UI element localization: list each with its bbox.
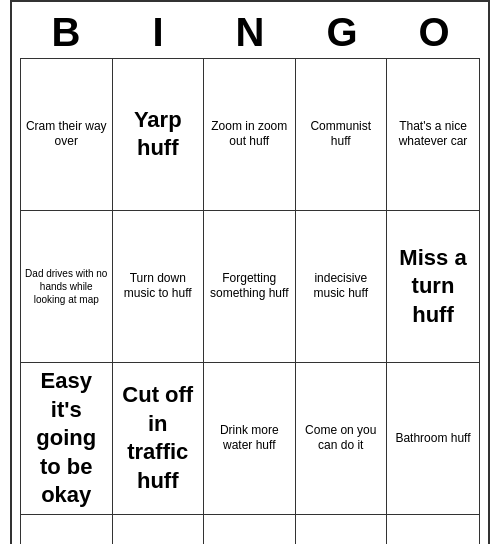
bingo-cell-19: Lunch huff xyxy=(387,515,480,544)
bingo-cell-16: Overpacking huff xyxy=(113,515,205,544)
bingo-cell-13: Come on you can do it xyxy=(296,363,388,515)
bingo-letter-g: G xyxy=(296,10,388,54)
bingo-cell-1: Yarp huff xyxy=(113,59,205,211)
bingo-cell-11: Cut off in traffic huff xyxy=(113,363,205,515)
bingo-cell-3: Communist huff xyxy=(296,59,388,211)
bingo-cell-14: Bathroom huff xyxy=(387,363,480,515)
bingo-cell-7: Forgetting something huff xyxy=(204,211,296,363)
bingo-cell-2: Zoom in zoom out huff xyxy=(204,59,296,211)
bingo-cell-9: Miss a turn huff xyxy=(387,211,480,363)
bingo-card: BINGO Cram their way overYarp huffZoom i… xyxy=(10,0,490,544)
bingo-cell-8: indecisive music huff xyxy=(296,211,388,363)
bingo-cell-12: Drink more water huff xyxy=(204,363,296,515)
bingo-header: BINGO xyxy=(20,10,480,54)
bingo-letter-b: B xyxy=(20,10,112,54)
bingo-letter-i: I xyxy=(112,10,204,54)
bingo-cell-6: Turn down music to huff xyxy=(113,211,205,363)
bingo-letter-n: N xyxy=(204,10,296,54)
bingo-cell-4: That's a nice whatever car xyxy=(387,59,480,211)
bingo-cell-18: Mom gasp huff xyxy=(296,515,388,544)
bingo-cell-15: Map huff xyxy=(21,515,113,544)
bingo-grid: Cram their way overYarp huffZoom in zoom… xyxy=(20,58,480,544)
bingo-cell-17: Not your bro huff xyxy=(204,515,296,544)
bingo-cell-5: Dad drives with no hands while looking a… xyxy=(21,211,113,363)
bingo-cell-10: Easy it's going to be okay xyxy=(21,363,113,515)
bingo-cell-0: Cram their way over xyxy=(21,59,113,211)
bingo-letter-o: O xyxy=(388,10,480,54)
